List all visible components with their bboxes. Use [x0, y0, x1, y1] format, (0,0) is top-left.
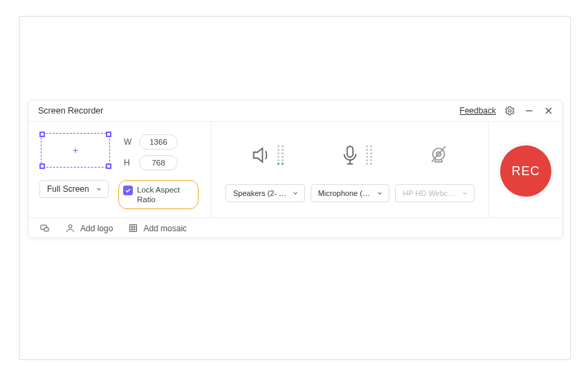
minimize-icon[interactable] — [524, 105, 535, 116]
svg-rect-4 — [347, 146, 353, 157]
speaker-toggle[interactable] — [250, 143, 284, 167]
width-label: W — [124, 137, 134, 147]
speaker-level-icon — [277, 145, 284, 165]
lock-aspect-checkbox[interactable] — [123, 186, 133, 195]
pip-button[interactable] — [39, 223, 50, 233]
webcam-select[interactable]: HP HD Webca… — [395, 184, 475, 202]
add-mosaic-label: Add mosaic — [143, 224, 187, 233]
svg-rect-13 — [130, 225, 137, 232]
lock-aspect-label: Lock Aspect Ratio — [137, 185, 191, 204]
lock-aspect-container: Lock Aspect Ratio — [118, 180, 199, 209]
mosaic-icon — [128, 223, 138, 233]
chevron-down-icon — [461, 190, 468, 197]
svg-point-12 — [68, 225, 72, 229]
header-controls: Feedback — [459, 105, 554, 116]
microphone-toggle[interactable] — [338, 143, 372, 167]
person-icon — [65, 223, 75, 233]
record-button[interactable]: REC — [500, 145, 551, 197]
add-logo-button[interactable]: Add logo — [65, 223, 113, 233]
webcam-toggle[interactable] — [427, 143, 450, 167]
app-frame: Screen Recorder Feedback — [19, 16, 571, 360]
add-mosaic-button[interactable]: Add mosaic — [128, 223, 187, 233]
close-icon[interactable] — [543, 105, 554, 116]
microphone-select[interactable]: Microphone (2… — [311, 184, 390, 202]
size-fields: W 1366 H 768 — [124, 132, 178, 170]
header: Screen Recorder Feedback — [28, 100, 562, 121]
capture-mode-select[interactable]: Full Screen — [39, 180, 109, 198]
settings-icon[interactable] — [504, 105, 515, 116]
capture-region-selector[interactable]: + — [39, 132, 111, 169]
height-label: H — [124, 158, 134, 168]
width-input[interactable]: 1366 — [139, 134, 178, 150]
height-input[interactable]: 768 — [139, 155, 178, 170]
add-logo-label: Add logo — [80, 224, 113, 233]
svg-point-0 — [508, 109, 511, 112]
footer: Add logo Add mosaic — [28, 218, 562, 238]
microphone-level-icon — [366, 145, 372, 165]
body: + W 1366 H 768 Ful — [28, 121, 562, 218]
recorder-panel: Screen Recorder Feedback — [28, 100, 563, 238]
record-section: REC — [489, 122, 562, 217]
chevron-down-icon — [95, 186, 102, 193]
speaker-select[interactable]: Speakers (2- H… — [226, 184, 305, 202]
app-title: Screen Recorder — [38, 106, 104, 116]
svg-rect-11 — [44, 228, 48, 231]
feedback-link[interactable]: Feedback — [459, 106, 496, 116]
crosshair-icon: + — [73, 145, 78, 155]
chevron-down-icon — [292, 190, 299, 197]
capture-section: + W 1366 H 768 Ful — [28, 122, 211, 217]
devices-section: Speakers (2- H… Microphone (2… HP HD Web… — [211, 122, 489, 217]
chevron-down-icon — [376, 190, 383, 197]
